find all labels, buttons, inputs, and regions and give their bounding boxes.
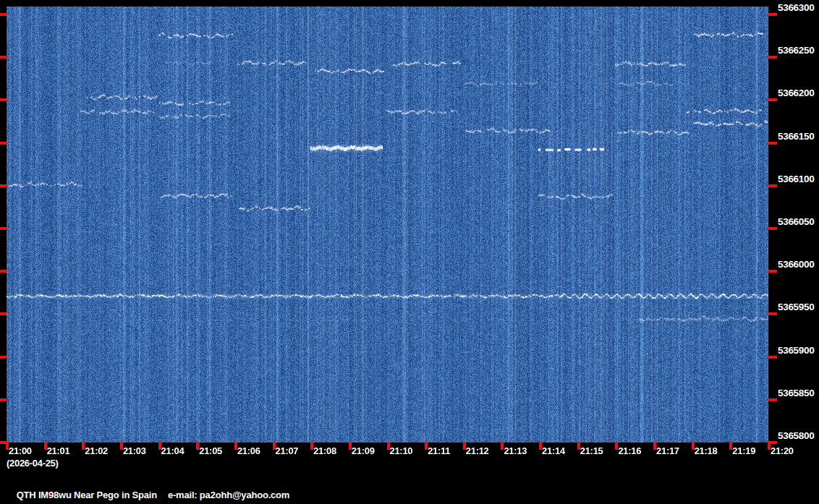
time-label: 21:16 xyxy=(618,445,641,456)
time-label: 21:14 xyxy=(542,445,565,456)
freq-label: 5366300 xyxy=(778,2,818,14)
freq-tick-right xyxy=(768,270,777,273)
freq-tick-left xyxy=(0,356,7,359)
time-label: 21:09 xyxy=(352,445,375,456)
freq-label: 5365800 xyxy=(778,430,818,442)
freq-label: 5366050 xyxy=(778,216,818,228)
freq-tick-left xyxy=(0,227,7,230)
freq-tick-right xyxy=(768,98,777,101)
freq-tick-right xyxy=(768,398,777,401)
freq-tick-left xyxy=(0,312,7,315)
freq-label: 5365950 xyxy=(778,302,818,313)
freq-tick-left xyxy=(0,56,7,59)
time-label: 21:18 xyxy=(695,445,718,456)
freq-tick-right xyxy=(768,56,777,59)
freq-label: 5366100 xyxy=(778,174,818,185)
time-label: 21:02 xyxy=(85,445,108,456)
spectrogram-waterfall xyxy=(7,7,768,443)
time-label: 21:17 xyxy=(656,445,679,456)
freq-tick-left xyxy=(0,398,7,401)
freq-tick-right xyxy=(768,227,777,230)
footer-settings-line: Sample rate: 56400.0FFTsamples: 131072Ba… xyxy=(7,492,572,504)
freq-tick-left xyxy=(0,98,7,101)
freq-label: 5366200 xyxy=(778,87,818,99)
freq-tick-right xyxy=(768,312,777,315)
freq-label: 5365900 xyxy=(778,345,818,356)
freq-tick-right xyxy=(768,13,777,16)
time-label: 21:04 xyxy=(161,445,184,456)
time-label: 21:01 xyxy=(47,445,70,456)
freq-tick-left xyxy=(0,142,7,145)
freq-label: 5365850 xyxy=(778,388,818,399)
freq-tick-right xyxy=(768,142,777,145)
freq-label: 5366000 xyxy=(778,259,818,270)
freq-tick-left xyxy=(0,13,7,16)
time-label: 21:20 xyxy=(771,445,794,456)
time-label: 21:10 xyxy=(390,445,413,456)
time-label: 21:13 xyxy=(504,445,527,456)
time-label: 21:06 xyxy=(237,445,260,456)
date-label: (2026-04-25) xyxy=(7,458,59,469)
time-label: 21:11 xyxy=(428,445,450,456)
time-label: 21:12 xyxy=(466,445,489,456)
qrss-grabber-window: 5366300536625053662005366150536610053660… xyxy=(0,0,819,504)
freq-tick-left xyxy=(0,184,7,187)
freq-tick-left xyxy=(0,270,7,273)
freq-tick-right xyxy=(768,184,777,187)
freq-label: 5366250 xyxy=(778,45,818,56)
time-label: 21:00 xyxy=(9,445,32,456)
time-label: 21:19 xyxy=(732,445,755,456)
time-label: 21:05 xyxy=(199,445,222,456)
time-label: 21:08 xyxy=(313,445,336,456)
freq-tick-right xyxy=(768,356,777,359)
time-label: 21:15 xyxy=(580,445,603,456)
time-label: 21:07 xyxy=(276,445,299,456)
freq-label: 5366150 xyxy=(778,131,818,142)
time-label: 21:03 xyxy=(123,445,146,456)
